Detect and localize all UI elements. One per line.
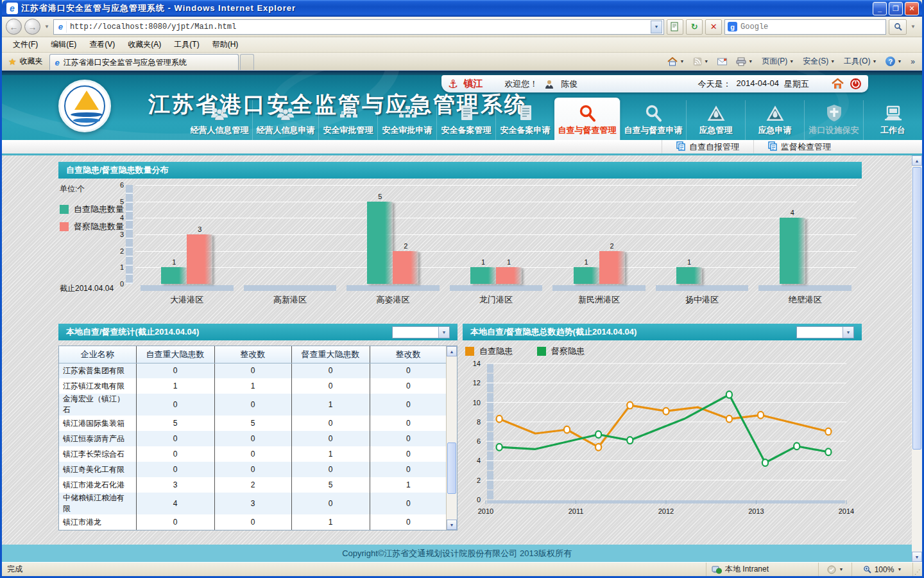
legend-item: 督察隐患 — [537, 346, 585, 357]
refresh-button[interactable]: ↻ — [686, 19, 703, 35]
forward-button[interactable]: → — [24, 19, 40, 35]
table-row[interactable]: 镇江恒泰沥青产品0000 — [59, 431, 447, 446]
table-row[interactable]: 镇江市港龙石化港3251 — [59, 477, 447, 493]
read-mail-button[interactable] — [714, 57, 730, 67]
nav-tab-item[interactable]: 应急申请 — [745, 100, 804, 140]
bar[interactable] — [470, 267, 496, 284]
search-options-caret-icon[interactable]: ▼ — [911, 24, 916, 30]
table-row[interactable]: 镇江市港龙0010 — [59, 514, 447, 530]
stop-button[interactable]: ✕ — [705, 19, 722, 35]
search-go-button[interactable] — [889, 19, 907, 35]
nav-tab-item[interactable]: 经营人信息申请 — [252, 100, 318, 140]
warning-icon — [766, 104, 785, 122]
bar[interactable] — [599, 251, 625, 284]
home-shortcut-button[interactable] — [831, 78, 844, 91]
bar[interactable] — [574, 267, 599, 284]
bar[interactable] — [676, 267, 702, 284]
nav-tab-item[interactable]: 安全审批管理 — [318, 100, 377, 140]
search-input[interactable] — [740, 22, 883, 31]
table-cell: 0 — [214, 363, 291, 378]
table-row[interactable]: 镇江李长荣综合石0010 — [59, 446, 447, 462]
table-cell: 0 — [136, 514, 214, 530]
address-input[interactable] — [70, 22, 651, 31]
nav-tab-item[interactable]: 自查与督查申请 — [620, 100, 686, 140]
bar[interactable] — [780, 218, 805, 284]
minimize-button[interactable]: _ — [873, 2, 887, 15]
subnav-item[interactable]: 监督检查管理 — [753, 140, 845, 153]
page-caret-icon: ▼ — [789, 59, 794, 64]
tools-caret-icon: ▼ — [872, 59, 877, 64]
url-dropdown-button[interactable]: ▼ — [651, 21, 662, 33]
google-logo-icon: g — [728, 22, 737, 31]
close-button[interactable]: ✕ — [905, 2, 919, 15]
table-row[interactable]: 镇江奇美化工有限0000 — [59, 462, 447, 477]
new-tab-stub[interactable] — [240, 54, 254, 70]
nav-tab-item[interactable]: 安全备案管理 — [436, 100, 495, 140]
zoom-control[interactable]: 100% ▼ — [852, 563, 913, 576]
nav-tab-item[interactable]: 安全审批申请 — [377, 100, 436, 140]
bar[interactable] — [187, 234, 212, 284]
table-scroll-thumb[interactable] — [447, 442, 456, 494]
scroll-up-icon[interactable]: ▲ — [447, 346, 457, 356]
compatibility-view-button[interactable] — [667, 19, 683, 35]
trend-filter-select[interactable]: ▼ — [796, 326, 854, 338]
nav-tab-item[interactable]: 应急管理 — [686, 100, 745, 140]
page-scroll-thumb[interactable] — [912, 167, 921, 450]
stats-filter-select[interactable]: ▼ — [392, 326, 450, 338]
svg-text:0: 0 — [477, 496, 481, 504]
trend-filter-caret-icon[interactable]: ▼ — [843, 327, 853, 338]
page-menu-button[interactable]: 页面(P) ▼ — [758, 55, 797, 68]
table-row[interactable]: 中储粮镇江粮油有限4300 — [59, 493, 447, 514]
menu-item[interactable]: 工具(T) — [168, 37, 205, 52]
print-caret-icon: ▼ — [748, 59, 753, 64]
bar-value-label: 1 — [496, 258, 522, 266]
table-row[interactable]: 金海宏业（镇江）石0010 — [59, 394, 447, 416]
scroll-down-icon[interactable]: ▼ — [447, 520, 457, 530]
feeds-caret-icon: ▼ — [704, 59, 708, 64]
page-scrollbar[interactable]: ▲ ▼ — [912, 155, 922, 562]
distribution-chart: 单位:个 自查隐患数量督察隐患数量 截止2014.04.04 0123456大港… — [58, 179, 862, 311]
print-button[interactable]: ▼ — [733, 56, 756, 67]
feeds-button[interactable]: ▼ — [690, 56, 712, 67]
bar[interactable] — [161, 267, 187, 284]
more-commands-button[interactable]: » — [907, 56, 918, 67]
bar[interactable] — [496, 267, 522, 284]
menu-item[interactable]: 收藏夹(A) — [122, 37, 167, 52]
page-scroll-down-icon[interactable]: ▼ — [912, 552, 922, 562]
table-scrollbar[interactable]: ▲ ▼ — [446, 346, 457, 530]
table-row[interactable]: 江苏索普集团有限0000 — [59, 363, 447, 378]
weekday-value: 星期五 — [784, 78, 809, 90]
logout-button[interactable] — [849, 78, 862, 91]
table-cell: 镇江市港龙 — [59, 514, 136, 530]
tools-menu-button[interactable]: 工具(O) ▼ — [841, 55, 880, 68]
table-cell: 0 — [291, 493, 370, 514]
back-button[interactable]: ← — [6, 19, 22, 35]
menu-item[interactable]: 编辑(E) — [45, 37, 82, 52]
bar[interactable] — [367, 202, 393, 284]
menu-item[interactable]: 查看(V) — [83, 37, 121, 52]
maximize-button[interactable]: ❐ — [889, 2, 903, 15]
menu-item[interactable]: 帮助(H) — [207, 37, 244, 52]
favorites-button[interactable]: ★ 收藏夹 — [2, 53, 49, 70]
browser-tab[interactable]: e 江苏省港口安全监管与应急管理系统 — [49, 54, 239, 70]
subnav-item[interactable]: 自查自报管理 — [662, 140, 753, 153]
nav-tab-item[interactable]: 安全备案申请 — [495, 100, 554, 140]
nav-tab-item[interactable]: 工作台 — [863, 100, 922, 140]
history-caret-icon[interactable]: ▼ — [44, 24, 49, 30]
x-axis-label: 高姿港区 — [354, 294, 431, 306]
page-scroll-up-icon[interactable]: ▲ — [912, 155, 922, 166]
table-row[interactable]: 镇江港国际集装箱5500 — [59, 416, 447, 431]
bar[interactable] — [393, 251, 418, 284]
nav-tab-active[interactable]: 自查与督查管理 — [554, 98, 620, 140]
menu-item[interactable]: 文件(F) — [7, 37, 44, 52]
search-box: g — [724, 19, 886, 35]
resize-grip[interactable]: ⋰ — [913, 563, 922, 576]
table-row[interactable]: 江苏镇江发电有限1100 — [59, 378, 447, 394]
nav-tab-item[interactable]: 港口设施保安 — [804, 100, 863, 140]
stats-filter-caret-icon[interactable]: ▼ — [438, 327, 449, 338]
safety-menu-button[interactable]: 安全(S) ▼ — [800, 55, 838, 68]
help-button[interactable]: ? ▼ — [882, 55, 905, 67]
protected-mode-button[interactable]: ▼ — [819, 563, 852, 576]
home-button[interactable]: ▼ — [664, 56, 687, 67]
nav-tab-item[interactable]: 经营人信息管理 — [187, 100, 252, 140]
